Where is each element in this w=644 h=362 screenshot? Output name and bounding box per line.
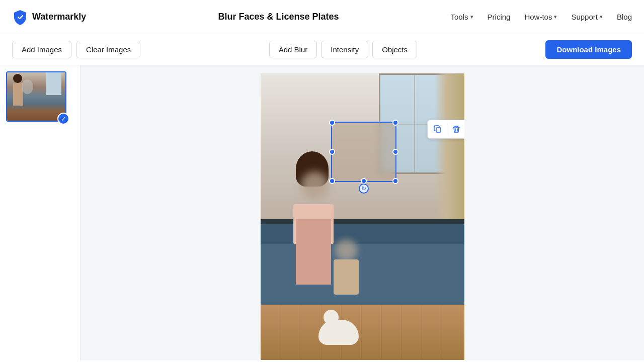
- resize-handle-top-right[interactable]: [392, 120, 398, 126]
- resize-handle-bottom-right[interactable]: [392, 178, 398, 184]
- rotate-handle[interactable]: ↻: [359, 184, 369, 194]
- navbar: Watermarkly Blur Faces & License Plates …: [0, 0, 644, 34]
- thumbnail-item[interactable]: ✓: [6, 71, 66, 122]
- copy-icon: [434, 125, 442, 133]
- resize-handle-top-left[interactable]: [329, 120, 335, 126]
- nav-support[interactable]: Support ▾: [571, 13, 603, 21]
- nav-center: Blur Faces & License Plates: [106, 12, 450, 22]
- page-title: Blur Faces & License Plates: [218, 12, 339, 22]
- main-area: ✓: [0, 65, 644, 360]
- chevron-down-icon: ▾: [470, 14, 473, 20]
- nav-tools[interactable]: Tools ▾: [451, 13, 473, 21]
- download-images-button[interactable]: Download Images: [545, 40, 632, 59]
- adult-figure: [331, 239, 361, 290]
- action-toolbar: [427, 120, 464, 139]
- resize-handle-middle-left[interactable]: [329, 149, 335, 155]
- nav-pricing[interactable]: Pricing: [488, 13, 511, 21]
- chevron-down-icon: ▾: [554, 14, 557, 20]
- chevron-down-icon: ▾: [600, 14, 603, 20]
- shield-icon: [12, 9, 28, 25]
- floor: [261, 305, 464, 360]
- nav-blog[interactable]: Blog: [617, 13, 632, 21]
- thumbnail-selected-badge: ✓: [57, 113, 69, 125]
- trash-icon: [452, 125, 460, 133]
- resize-handle-middle-right[interactable]: [392, 149, 398, 155]
- toolbar-center-buttons: Add Blur Intensity Objects: [269, 41, 417, 58]
- image-container: ↻: [261, 73, 464, 360]
- main-image: ↻: [261, 73, 464, 360]
- delete-button[interactable]: [449, 122, 463, 136]
- logo-area[interactable]: Watermarkly: [12, 9, 86, 25]
- thumbnail-image: [7, 72, 65, 121]
- clear-images-button[interactable]: Clear Images: [76, 41, 140, 58]
- objects-button[interactable]: Objects: [372, 41, 417, 58]
- blur-overlay: [332, 123, 395, 181]
- nav-how-tos[interactable]: How-tos ▾: [524, 13, 557, 21]
- cat-figure: [318, 320, 359, 345]
- image-sidebar: ✓: [0, 65, 80, 360]
- selection-box[interactable]: ↻: [331, 122, 396, 182]
- resize-handle-bottom-left[interactable]: [329, 178, 335, 184]
- add-blur-button[interactable]: Add Blur: [269, 41, 317, 58]
- brand-name: Watermarkly: [32, 12, 86, 22]
- canvas-area[interactable]: ↻: [80, 65, 644, 360]
- svg-rect-0: [436, 128, 441, 132]
- intensity-button[interactable]: Intensity: [321, 41, 368, 58]
- add-images-button[interactable]: Add Images: [12, 41, 71, 58]
- nav-links: Tools ▾ Pricing How-tos ▾ Support ▾ Blog: [451, 13, 632, 21]
- action-divider: [447, 123, 447, 135]
- toolbar: Add Images Clear Images Add Blur Intensi…: [0, 34, 644, 65]
- copy-button[interactable]: [431, 122, 445, 136]
